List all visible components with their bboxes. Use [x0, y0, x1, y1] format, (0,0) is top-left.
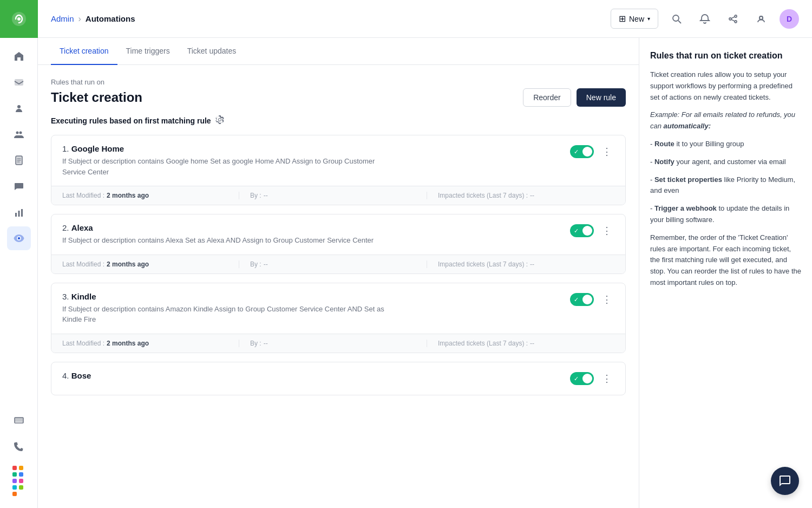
main-wrapper: Admin › Automations ⊞ New ▾ D: [38, 0, 812, 508]
executing-bar: Executing rules based on first matching …: [38, 115, 639, 135]
svg-rect-9: [18, 211, 19, 217]
rule-modified-value-2: 2 months ago: [107, 260, 149, 268]
notifications-icon[interactable]: [695, 9, 715, 29]
chat-bubble[interactable]: [771, 467, 799, 495]
right-sidebar: Rules that run on ticket creation Ticket…: [639, 38, 812, 508]
right-sidebar-bullet3: - Set ticket properties like Priority to…: [650, 174, 801, 197]
sidebar-item-analytics[interactable]: [7, 200, 31, 224]
bullet2-pre: -: [650, 158, 654, 166]
rule-footer-1: Last Modified : 2 months ago By : -- Imp…: [51, 186, 625, 205]
rule-title-2[interactable]: Alexa: [71, 223, 93, 232]
right-sidebar-para1: Ticket creation rules allow you to setup…: [650, 69, 801, 103]
toggle-check-icon-3: ✓: [574, 296, 579, 303]
rule-by-label-3: By :: [250, 340, 261, 347]
rule-actions-2: ✓ ⋮: [570, 223, 614, 238]
rule-by-label-2: By :: [250, 260, 261, 268]
sidebar-item-messages[interactable]: [7, 408, 31, 432]
toggle-check-icon-2: ✓: [574, 227, 579, 235]
rule-card-header-2: 2. Alexa If Subject or description conta…: [51, 214, 625, 255]
search-icon[interactable]: [667, 9, 686, 29]
rule-toggle-2[interactable]: ✓: [570, 224, 594, 237]
bullet4-pre: -: [650, 204, 654, 212]
rule-info-4: 4. Bose: [62, 371, 91, 381]
plus-icon: ⊞: [619, 14, 626, 24]
rule-toggle-1[interactable]: ✓: [570, 145, 594, 158]
header: Admin › Automations ⊞ New ▾ D: [38, 0, 812, 38]
rule-actions-4: ✓ ⋮: [570, 371, 614, 386]
tab-ticket-creation[interactable]: Ticket creation: [51, 38, 117, 65]
breadcrumb-separator: ›: [78, 14, 81, 24]
rule-more-button-2[interactable]: ⋮: [599, 223, 614, 238]
rule-modified-value-3: 2 months ago: [107, 340, 149, 347]
breadcrumb-current: Automations: [86, 14, 135, 23]
rule-by-value-2: --: [264, 260, 268, 268]
rule-footer-by-1: By : --: [239, 192, 427, 199]
executing-label: Executing rules based on first matching …: [51, 116, 211, 125]
rule-title-3[interactable]: Kindle: [71, 292, 96, 301]
new-rule-button[interactable]: New rule: [577, 88, 626, 107]
notify-bold: Notify: [654, 158, 675, 166]
rule-card-header-4: 4. Bose ✓ ⋮: [51, 362, 625, 395]
avatar[interactable]: D: [780, 9, 799, 29]
new-button[interactable]: ⊞ New ▾: [611, 9, 658, 29]
rule-title-1[interactable]: Google Home: [71, 144, 125, 153]
rule-impacted-label-1: Impacted tickets (Last 7 days) :: [438, 192, 528, 199]
rule-footer-impacted-2: Impacted tickets (Last 7 days) : --: [427, 260, 614, 268]
page-header-buttons: Reorder New rule: [523, 88, 626, 107]
rule-impacted-label-2: Impacted tickets (Last 7 days) :: [438, 260, 528, 268]
sidebar-item-settings[interactable]: [7, 226, 31, 250]
sidebar-item-team[interactable]: [7, 122, 31, 146]
rule-number-1: 1.: [62, 144, 71, 153]
rule-footer-by-3: By : --: [239, 340, 427, 347]
right-sidebar-bullet1: - Route it to your Billing group: [650, 139, 801, 150]
right-sidebar-bullet2: - Notify your agent, and customer via em…: [650, 157, 801, 168]
gear-icon[interactable]: [215, 115, 224, 126]
right-sidebar-bullet4: - Trigger a webhook to update the detail…: [650, 203, 801, 226]
sidebar-item-docs[interactable]: [7, 148, 31, 172]
agent-icon[interactable]: [751, 9, 771, 29]
sidebar-item-home[interactable]: [7, 44, 31, 68]
sidebar-nav: [7, 38, 31, 402]
rule-info-2: 2. Alexa If Subject or description conta…: [62, 223, 374, 246]
rule-footer-2: Last Modified : 2 months ago By : -- Imp…: [51, 255, 625, 273]
toggle-check-icon-1: ✓: [574, 148, 579, 155]
svg-rect-8: [15, 213, 17, 217]
rule-card-3: 3. Kindle If Subject or description cont…: [51, 283, 626, 353]
svg-point-1: [17, 17, 21, 21]
rule-card-4: 4. Bose ✓ ⋮: [51, 362, 626, 395]
route-bold: Route: [654, 140, 675, 148]
set-ticket-bold: Set ticket properties: [654, 175, 722, 184]
rule-title-4[interactable]: Bose: [71, 371, 91, 380]
bullet1-pre: -: [650, 140, 654, 148]
sidebar-item-phone[interactable]: [7, 434, 31, 458]
svg-point-5: [19, 132, 22, 134]
rule-card-2: 2. Alexa If Subject or description conta…: [51, 214, 626, 274]
app-logo[interactable]: [0, 0, 38, 38]
svg-point-14: [729, 18, 731, 20]
chevron-down-icon: ▾: [647, 16, 650, 22]
header-actions: ⊞ New ▾ D: [611, 9, 799, 29]
rule-more-button-1[interactable]: ⋮: [599, 144, 614, 159]
rule-modified-value-1: 2 months ago: [107, 192, 149, 199]
app-dots[interactable]: [12, 460, 25, 502]
integrations-icon[interactable]: [723, 9, 743, 29]
sidebar-item-chat[interactable]: [7, 174, 31, 198]
tab-ticket-updates[interactable]: Ticket updates: [179, 38, 245, 65]
rule-toggle-3[interactable]: ✓: [570, 293, 594, 306]
rule-content-2: 2. Alexa If Subject or description conta…: [62, 223, 374, 246]
reorder-button[interactable]: Reorder: [523, 88, 571, 107]
rules-list: 1. Google Home If Subject or description…: [38, 135, 639, 395]
svg-point-3: [17, 105, 21, 108]
page-subtitle: Rules that run on: [51, 78, 626, 86]
svg-point-12: [673, 15, 679, 21]
breadcrumb-admin[interactable]: Admin: [51, 14, 74, 23]
rule-more-button-4[interactable]: ⋮: [599, 371, 614, 386]
tab-time-triggers[interactable]: Time triggers: [117, 38, 179, 65]
rule-more-button-3[interactable]: ⋮: [599, 292, 614, 307]
new-button-label: New: [629, 15, 644, 23]
toggle-check-icon-4: ✓: [574, 375, 579, 382]
rule-toggle-4[interactable]: ✓: [570, 372, 594, 385]
sidebar-item-contacts[interactable]: [7, 96, 31, 120]
svg-point-15: [735, 15, 737, 17]
sidebar-item-inbox[interactable]: [7, 70, 31, 94]
